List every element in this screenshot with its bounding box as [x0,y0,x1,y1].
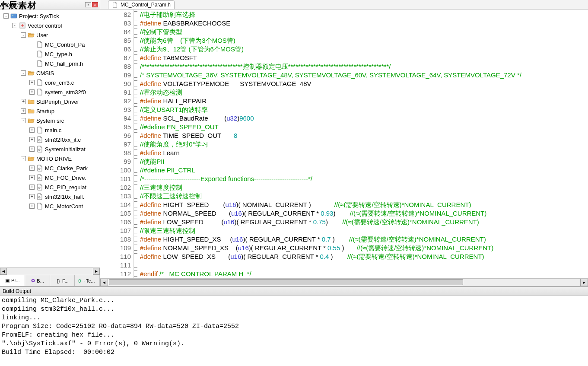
expand-icon[interactable]: + [21,108,26,114]
code-line[interactable]: #define VOLTAGETYPEMODE SYSTEMVOLTAGE_48… [140,80,588,88]
expand-icon[interactable]: + [29,185,35,190]
collapse-icon[interactable]: - [21,118,26,123]
code-line[interactable]: #define Learn [140,149,588,157]
filex-icon: ⚙ [36,136,43,143]
tree-item[interactable]: +core_cm3.c [0,78,100,87]
code-line[interactable]: #define HIGHT_SPEED (u16)( NOMINAL_CURRE… [140,201,588,209]
expand-icon[interactable]: + [29,194,35,199]
expand-icon[interactable]: + [29,137,35,142]
expand-icon[interactable]: + [29,204,35,209]
scroll-left-icon[interactable]: ◄ [0,268,7,275]
code-line[interactable]: #define HIGHT_SPEED_XS (u16)( REGULAR_CU… [140,235,588,244]
tree-item[interactable]: -System src [0,116,100,125]
build-output-body[interactable]: compiling MC_Clarke_Park.c... compiling … [0,296,588,366]
code-line[interactable]: //不限速三速转速控制 [140,192,588,201]
code-line[interactable]: //#define PII_CTRL [140,166,588,175]
expand-icon[interactable]: + [21,99,26,104]
expand-icon[interactable]: + [29,80,35,85]
scroll-track[interactable] [7,268,93,274]
code-line[interactable]: /* SYSTEMVOLTAGE_36V, SYSTEMVOLTAGE_48V,… [140,71,588,80]
tree-item[interactable]: +⚙MC_Clarke_Park [0,163,100,173]
tree-item[interactable]: +⚙MC_FOC_Drive. [0,173,100,182]
code-body[interactable]: //电子辅助刹车选择#define EABSBRAKECHOOSE//控制下管类… [134,10,588,278]
collapse-icon[interactable]: - [21,32,26,38]
minimize-icon[interactable]: ▫ [85,2,91,7]
tree-item[interactable]: +system_stm32f0 [0,87,100,97]
scroll-track[interactable] [108,279,580,286]
sidebar-hscroll[interactable]: ◄ ► [0,267,100,275]
tree-item[interactable]: +main.c [0,125,100,135]
collapse-icon[interactable]: - [3,13,9,19]
expand-icon[interactable]: + [29,165,35,171]
tree-item[interactable]: MC_type.h [0,49,100,59]
scroll-thumb[interactable] [109,279,463,285]
code-line[interactable]: /*--------------------------Exported fun… [140,175,588,183]
tree-item-label: SystemInitializat [45,146,86,153]
tree-item[interactable]: +⚙stm32f0xx_it.c [0,135,100,144]
tree-item-label: StdPeriph_Driver [36,99,79,105]
tree-item[interactable]: MC_hall_prm.h [0,59,100,68]
tab-functions[interactable]: {}F... [50,275,75,286]
expand-icon[interactable]: + [29,146,35,152]
svg-text:⚙: ⚙ [38,139,41,142]
tree-item[interactable]: -User [0,30,100,40]
code-line[interactable]: //霍尔动态检测 [140,88,588,97]
scroll-left-icon[interactable]: ◄ [100,279,108,286]
code-line[interactable]: //控制下管类型 [140,28,588,36]
doc-tab-active[interactable]: MC_Control_Param.h [108,0,175,9]
collapse-icon[interactable]: - [12,23,17,28]
code-line[interactable]: //电子辅助刹车选择 [140,10,588,19]
tab-books[interactable]: ✿B... [25,275,50,286]
tree-item[interactable]: +MC_MotorCont [0,201,100,211]
code-line[interactable]: #define HALL_REPAIR [140,97,588,105]
file-icon [112,2,118,8]
tree-item[interactable]: -MOTO DRIVE [0,154,100,163]
code-editor[interactable]: 8283848586878889909192939495969798991001… [100,10,588,278]
tree-item[interactable]: +Startup [0,106,100,116]
tree-item-label: MC_Clarke_Park [45,165,88,172]
code-line[interactable] [140,261,588,270]
code-line[interactable]: #define TIME_SPEED_OUT 8 [140,131,588,140]
tree-item[interactable]: +⚙stm32f10x_hall. [0,192,100,201]
code-line[interactable]: #endif /* MC CONTROL PARAM H */ [140,270,588,278]
code-line[interactable]: //#define EN_SPEED_OUT [140,123,588,131]
workspace-icon [10,13,17,19]
code-line[interactable]: //定义USART1的波特率 [140,105,588,114]
tree-item[interactable]: -Vector control [0,21,100,30]
editor-hscroll[interactable]: ◄ ► [100,278,588,286]
tree-item-label: Startup [36,108,54,115]
scroll-right-icon[interactable]: ► [93,268,100,275]
tree-item[interactable]: -CMSIS [0,68,100,78]
code-line[interactable]: /***************************************… [140,62,588,71]
collapse-icon[interactable]: - [21,70,26,76]
code-line[interactable]: //禁止为9、12管 (下管为6个MOS管) [140,45,588,54]
tab-templates[interactable]: 0→Te... [75,275,100,286]
tab-project[interactable]: ▣Pr... [0,275,25,286]
tree-item[interactable]: +⚙SystemInitializat [0,144,100,154]
expand-icon[interactable]: + [29,175,35,180]
code-line[interactable]: //使能角度，绝对0°学习 [140,140,588,149]
code-line[interactable]: #define TA6MOSFT [140,54,588,62]
code-line[interactable]: #define LOW_SPEED (u16)( REGULAR_CURRENT… [140,218,588,226]
expand-icon[interactable]: + [29,127,35,133]
tree-item[interactable]: -Project: SysTick [0,11,100,21]
project-tree[interactable]: -Project: SysTick-Vector control-UserMC_… [0,10,100,267]
code-line[interactable]: //使能PII [140,157,588,166]
collapse-icon[interactable]: - [21,156,26,161]
tree-item[interactable]: MC_Control_Pa [0,40,100,49]
tree-item[interactable]: +StdPeriph_Driver [0,97,100,106]
code-line[interactable]: //使能为6管 (下管为3个MOS管) [140,36,588,45]
code-line[interactable]: #define NORMAL_SPEED_XS (u16)( REGULAR_C… [140,244,588,252]
code-line[interactable]: #define EABSBRAKECHOOSE [140,19,588,28]
code-line[interactable]: #define SCL_BaudRate (u32)9600 [140,114,588,123]
code-line[interactable]: #define LOW_SPEED_XS (u16)( REGULAR_CURR… [140,252,588,261]
code-line[interactable]: //限速三速转速控制 [140,226,588,235]
tree-item[interactable]: +⚙MC_PID_regulat [0,182,100,192]
code-line[interactable]: //三速速度控制 [140,183,588,192]
scroll-right-icon[interactable]: ► [580,279,588,286]
file-icon [36,60,43,67]
code-line[interactable]: #define NORMAL_SPEED (u16)( REGULAR_CURR… [140,209,588,218]
close-icon[interactable]: × [92,2,98,7]
expand-icon[interactable]: + [29,89,35,95]
filex-icon: ⚙ [36,193,43,200]
